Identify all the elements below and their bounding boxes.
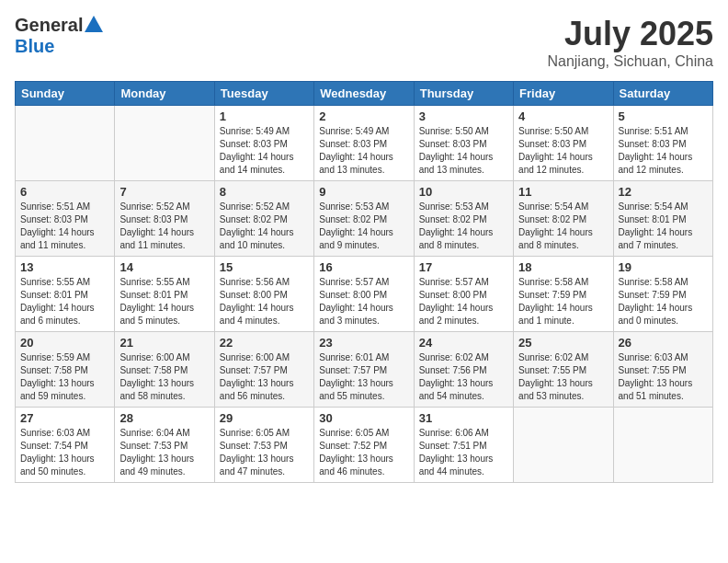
calendar-cell: 22Sunrise: 6:00 AM Sunset: 7:57 PM Dayli… [214,332,313,408]
calendar-week-row: 6Sunrise: 5:51 AM Sunset: 8:03 PM Daylig… [16,181,713,257]
day-number: 12 [619,185,708,199]
calendar-cell: 3Sunrise: 5:50 AM Sunset: 8:03 PM Daylig… [414,106,513,181]
calendar-cell: 6Sunrise: 5:51 AM Sunset: 8:03 PM Daylig… [16,181,115,257]
day-number: 23 [319,336,408,350]
calendar-cell: 10Sunrise: 5:53 AM Sunset: 8:02 PM Dayli… [414,181,513,257]
calendar-table: SundayMondayTuesdayWednesdayThursdayFrid… [15,81,713,483]
day-number: 20 [20,336,109,350]
calendar-cell: 1Sunrise: 5:49 AM Sunset: 8:03 PM Daylig… [214,106,313,181]
day-info: Sunrise: 5:53 AM Sunset: 8:02 PM Dayligh… [319,201,408,252]
calendar-cell: 7Sunrise: 5:52 AM Sunset: 8:03 PM Daylig… [115,181,214,257]
calendar-cell: 21Sunrise: 6:00 AM Sunset: 7:58 PM Dayli… [115,332,214,408]
day-info: Sunrise: 5:52 AM Sunset: 8:03 PM Dayligh… [119,201,209,252]
weekday-header-wednesday: Wednesday [314,82,414,106]
day-number: 28 [119,411,209,425]
calendar-cell [514,408,613,483]
logo: General Blue [15,15,103,57]
calendar-cell [16,106,115,181]
day-info: Sunrise: 5:58 AM Sunset: 7:59 PM Dayligh… [619,276,708,327]
calendar-week-row: 1Sunrise: 5:49 AM Sunset: 8:03 PM Daylig… [16,106,713,181]
month-title: July 2025 [547,15,713,53]
day-info: Sunrise: 5:57 AM Sunset: 8:00 PM Dayligh… [419,276,508,327]
weekday-header-saturday: Saturday [613,82,712,106]
calendar-cell: 12Sunrise: 5:54 AM Sunset: 8:01 PM Dayli… [613,181,712,257]
weekday-header-thursday: Thursday [414,82,513,106]
calendar-cell: 4Sunrise: 5:50 AM Sunset: 8:03 PM Daylig… [514,106,613,181]
day-number: 1 [220,109,309,123]
calendar-cell: 16Sunrise: 5:57 AM Sunset: 8:00 PM Dayli… [314,257,414,332]
day-number: 5 [619,109,708,123]
weekday-header-sunday: Sunday [16,82,115,106]
day-number: 15 [220,260,309,274]
calendar-cell: 9Sunrise: 5:53 AM Sunset: 8:02 PM Daylig… [314,181,414,257]
day-number: 29 [220,411,309,425]
day-number: 10 [419,185,508,199]
calendar-cell: 26Sunrise: 6:03 AM Sunset: 7:55 PM Dayli… [613,332,712,408]
day-number: 6 [20,185,109,199]
calendar-cell [613,408,712,483]
calendar-cell: 8Sunrise: 5:52 AM Sunset: 8:02 PM Daylig… [214,181,313,257]
calendar-cell: 5Sunrise: 5:51 AM Sunset: 8:03 PM Daylig… [613,106,712,181]
calendar-week-row: 13Sunrise: 5:55 AM Sunset: 8:01 PM Dayli… [16,257,713,332]
day-number: 7 [119,185,209,199]
day-number: 25 [518,336,608,350]
day-number: 11 [518,185,608,199]
calendar-cell: 17Sunrise: 5:57 AM Sunset: 8:00 PM Dayli… [414,257,513,332]
day-number: 26 [619,336,708,350]
day-info: Sunrise: 6:04 AM Sunset: 7:53 PM Dayligh… [119,427,209,478]
day-info: Sunrise: 5:55 AM Sunset: 8:01 PM Dayligh… [20,276,109,327]
calendar-cell: 28Sunrise: 6:04 AM Sunset: 7:53 PM Dayli… [115,408,214,483]
day-number: 19 [619,260,708,274]
day-info: Sunrise: 5:56 AM Sunset: 8:00 PM Dayligh… [220,276,309,327]
location-title: Nanjiang, Sichuan, China [547,53,713,70]
day-info: Sunrise: 6:05 AM Sunset: 7:52 PM Dayligh… [319,427,408,478]
calendar-cell: 31Sunrise: 6:06 AM Sunset: 7:51 PM Dayli… [414,408,513,483]
calendar-cell: 13Sunrise: 5:55 AM Sunset: 8:01 PM Dayli… [16,257,115,332]
day-number: 2 [319,109,408,123]
day-number: 9 [319,185,408,199]
day-info: Sunrise: 5:50 AM Sunset: 8:03 PM Dayligh… [419,125,508,177]
day-number: 4 [518,109,608,123]
calendar-cell: 15Sunrise: 5:56 AM Sunset: 8:00 PM Dayli… [214,257,313,332]
day-number: 22 [220,336,309,350]
day-number: 14 [119,260,209,274]
day-info: Sunrise: 5:58 AM Sunset: 7:59 PM Dayligh… [518,276,608,327]
day-info: Sunrise: 6:06 AM Sunset: 7:51 PM Dayligh… [419,427,508,478]
day-info: Sunrise: 6:03 AM Sunset: 7:55 PM Dayligh… [619,351,708,403]
day-info: Sunrise: 5:54 AM Sunset: 8:01 PM Dayligh… [619,201,708,252]
day-info: Sunrise: 6:00 AM Sunset: 7:57 PM Dayligh… [220,351,309,403]
day-info: Sunrise: 5:49 AM Sunset: 8:03 PM Dayligh… [319,125,408,177]
day-info: Sunrise: 5:51 AM Sunset: 8:03 PM Dayligh… [20,201,109,252]
day-info: Sunrise: 6:01 AM Sunset: 7:57 PM Dayligh… [319,351,408,403]
day-info: Sunrise: 6:00 AM Sunset: 7:58 PM Dayligh… [119,351,209,403]
day-number: 3 [419,109,508,123]
day-info: Sunrise: 5:51 AM Sunset: 8:03 PM Dayligh… [619,125,708,177]
day-number: 18 [518,260,608,274]
calendar-cell: 2Sunrise: 5:49 AM Sunset: 8:03 PM Daylig… [314,106,414,181]
day-info: Sunrise: 5:52 AM Sunset: 8:02 PM Dayligh… [220,201,309,252]
calendar-cell: 25Sunrise: 6:02 AM Sunset: 7:55 PM Dayli… [514,332,613,408]
day-info: Sunrise: 5:55 AM Sunset: 8:01 PM Dayligh… [119,276,209,327]
day-info: Sunrise: 5:54 AM Sunset: 8:02 PM Dayligh… [518,201,608,252]
day-info: Sunrise: 6:03 AM Sunset: 7:54 PM Dayligh… [20,427,109,478]
logo-blue-text: Blue [15,36,54,57]
day-number: 31 [419,411,508,425]
logo-triangle-icon [85,16,103,32]
day-info: Sunrise: 5:57 AM Sunset: 8:00 PM Dayligh… [319,276,408,327]
day-info: Sunrise: 6:02 AM Sunset: 7:55 PM Dayligh… [518,351,608,403]
calendar-cell: 18Sunrise: 5:58 AM Sunset: 7:59 PM Dayli… [514,257,613,332]
day-number: 16 [319,260,408,274]
day-info: Sunrise: 5:50 AM Sunset: 8:03 PM Dayligh… [518,125,608,177]
page-header: General Blue July 2025 Nanjiang, Sichuan… [15,15,713,70]
calendar-week-row: 20Sunrise: 5:59 AM Sunset: 7:58 PM Dayli… [16,332,713,408]
logo-general-text: General [15,15,83,36]
weekday-header-monday: Monday [115,82,214,106]
day-info: Sunrise: 6:05 AM Sunset: 7:53 PM Dayligh… [220,427,309,478]
calendar-week-row: 27Sunrise: 6:03 AM Sunset: 7:54 PM Dayli… [16,408,713,483]
calendar-cell [115,106,214,181]
day-number: 21 [119,336,209,350]
weekday-header-friday: Friday [514,82,613,106]
calendar-cell: 23Sunrise: 6:01 AM Sunset: 7:57 PM Dayli… [314,332,414,408]
day-number: 30 [319,411,408,425]
day-info: Sunrise: 5:59 AM Sunset: 7:58 PM Dayligh… [20,351,109,403]
